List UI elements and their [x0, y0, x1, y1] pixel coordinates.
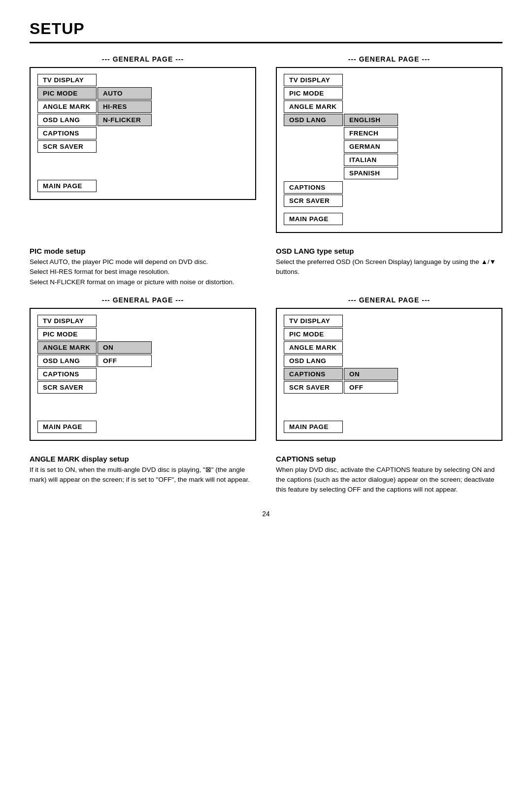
bottom-left-col: --- GENERAL PAGE --- TV DISPLAY PIC MODE… [30, 296, 256, 441]
angle-mark-item: ANGLE MARK [37, 100, 97, 113]
lang-english: ENGLISH [344, 114, 398, 126]
angle-mark-title: ANGLE MARK display setup [30, 455, 256, 463]
top-right-section-label: --- GENERAL PAGE --- [276, 55, 502, 63]
menu-row: SCR SAVER [37, 381, 248, 394]
menu-row: SCR SAVER [37, 140, 248, 153]
menu-row: PIC MODE [37, 328, 248, 340]
captions-description: CAPTIONS setup When play DVD disc, activ… [276, 455, 502, 495]
menu-row: ANGLE MARK [284, 341, 495, 354]
osd-lang-text: Select the preferred OSD (On Screen Disp… [276, 257, 502, 277]
captions-title: CAPTIONS setup [276, 455, 502, 463]
captions-item: CAPTIONS [37, 368, 97, 380]
captions-item: CAPTIONS [37, 127, 97, 139]
menu-row: CAPTIONS [37, 368, 248, 380]
top-right-menu-box: TV DISPLAY PIC MODE ANGLE MARK OSD LANG … [276, 67, 502, 233]
bottom-row: --- GENERAL PAGE --- TV DISPLAY PIC MODE… [30, 296, 502, 441]
scr-saver-item: SCR SAVER [37, 381, 97, 394]
main-page-row: MAIN PAGE [37, 416, 248, 433]
menu-row: TV DISPLAY [37, 74, 248, 86]
angle-mark-option-on: ON [98, 341, 152, 354]
angle-mark-option-hires: HI-RES [98, 100, 152, 113]
angle-mark-item: ANGLE MARK [284, 100, 343, 113]
osd-lang-option-off: OFF [98, 355, 152, 367]
bottom-right-menu-box: TV DISPLAY PIC MODE ANGLE MARK OSD LANG … [276, 308, 502, 441]
main-page-item: MAIN PAGE [284, 213, 343, 225]
scr-saver-option-off: OFF [344, 381, 398, 394]
scr-saver-item: SCR SAVER [284, 195, 343, 207]
bottom-right-col: --- GENERAL PAGE --- TV DISPLAY PIC MODE… [276, 296, 502, 441]
osd-lang-item: OSD LANG [37, 114, 97, 126]
top-right-col: --- GENERAL PAGE --- TV DISPLAY PIC MODE… [276, 55, 502, 233]
osd-lang-option-nflicker: N-FLICKER [98, 114, 152, 126]
lang-german: GERMAN [344, 140, 398, 153]
menu-row: SCR SAVER OFF [284, 381, 495, 394]
lang-french: FRENCH [344, 127, 398, 139]
tv-display-item: TV DISPLAY [37, 74, 97, 86]
main-page-row: MAIN PAGE [284, 416, 495, 433]
menu-row: PIC MODE [284, 87, 495, 100]
top-left-menu-box: TV DISPLAY PIC MODE AUTO ANGLE MARK HI-R… [30, 67, 256, 200]
top-left-col: --- GENERAL PAGE --- TV DISPLAY PIC MODE… [30, 55, 256, 233]
captions-item: CAPTIONS [284, 368, 343, 380]
osd-lang-options: ENGLISH FRENCH GERMAN ITALIAN SPANISH [344, 114, 398, 180]
scr-saver-item: SCR SAVER [37, 140, 97, 153]
main-page-item: MAIN PAGE [37, 180, 97, 192]
menu-row: OSD LANG ENGLISH FRENCH GERMAN ITALIAN S… [284, 114, 495, 180]
description-row-2: ANGLE MARK display setup If it is set to… [30, 450, 502, 495]
menu-row: OSD LANG [284, 355, 495, 367]
tv-display-item: TV DISPLAY [37, 315, 97, 327]
main-page-row: MAIN PAGE [37, 175, 248, 192]
page-number: 24 [30, 510, 502, 518]
pic-mode-text-3: Select N-FLICKER format on image or pict… [30, 277, 256, 287]
menu-row: CAPTIONS [37, 127, 248, 139]
pic-mode-text-1: Select AUTO, the player PIC mode will de… [30, 257, 256, 267]
captions-option-on: ON [344, 368, 398, 380]
lang-spanish: SPANISH [344, 167, 398, 179]
angle-mark-description: ANGLE MARK display setup If it is set to… [30, 455, 256, 495]
top-left-section-label: --- GENERAL PAGE --- [30, 55, 256, 63]
menu-row: TV DISPLAY [284, 315, 495, 327]
pic-mode-title: PIC mode setup [30, 247, 256, 255]
tv-display-item: TV DISPLAY [284, 74, 343, 86]
angle-mark-item: ANGLE MARK [37, 341, 97, 354]
osd-lang-description: OSD LANG type setup Select the preferred… [276, 247, 502, 287]
osd-lang-item: OSD LANG [37, 355, 97, 367]
menu-row: TV DISPLAY [37, 315, 248, 327]
pic-mode-text-2: Select HI-RES format for best image reso… [30, 267, 256, 277]
bottom-left-section-label: --- GENERAL PAGE --- [30, 296, 256, 304]
pic-mode-item: PIC MODE [284, 87, 343, 100]
main-page-item: MAIN PAGE [37, 421, 97, 433]
main-page-row: MAIN PAGE [284, 208, 495, 225]
menu-row: PIC MODE [284, 328, 495, 340]
captions-item: CAPTIONS [284, 181, 343, 194]
angle-mark-item: ANGLE MARK [284, 341, 343, 354]
angle-mark-text: If it is set to ON, when the multi-angle… [30, 465, 256, 485]
pic-mode-item: PIC MODE [37, 87, 97, 100]
menu-row: SCR SAVER [284, 195, 495, 207]
menu-row: CAPTIONS [284, 181, 495, 194]
bottom-right-section-label: --- GENERAL PAGE --- [276, 296, 502, 304]
pic-mode-item: PIC MODE [284, 328, 343, 340]
page-title: SETUP [30, 20, 502, 43]
description-row-1: PIC mode setup Select AUTO, the player P… [30, 242, 502, 287]
scr-saver-item: SCR SAVER [284, 381, 343, 394]
menu-row: ANGLE MARK HI-RES [37, 100, 248, 113]
bottom-left-menu-box: TV DISPLAY PIC MODE ANGLE MARK ON OSD LA… [30, 308, 256, 441]
main-page-item: MAIN PAGE [284, 421, 343, 433]
osd-lang-item: OSD LANG [284, 355, 343, 367]
pic-mode-description: PIC mode setup Select AUTO, the player P… [30, 247, 256, 287]
tv-display-item: TV DISPLAY [284, 315, 343, 327]
pic-mode-item: PIC MODE [37, 328, 97, 340]
osd-lang-title: OSD LANG type setup [276, 247, 502, 255]
menu-row: OSD LANG OFF [37, 355, 248, 367]
lang-italian: ITALIAN [344, 154, 398, 166]
captions-text: When play DVD disc, activate the CAPTION… [276, 465, 502, 495]
menu-row: ANGLE MARK ON [37, 341, 248, 354]
menu-row: TV DISPLAY [284, 74, 495, 86]
menu-row: PIC MODE AUTO [37, 87, 248, 100]
pic-mode-option-auto: AUTO [98, 87, 152, 100]
osd-lang-item: OSD LANG [284, 114, 343, 126]
menu-row: ANGLE MARK [284, 100, 495, 113]
top-row: --- GENERAL PAGE --- TV DISPLAY PIC MODE… [30, 55, 502, 233]
menu-row: CAPTIONS ON [284, 368, 495, 380]
